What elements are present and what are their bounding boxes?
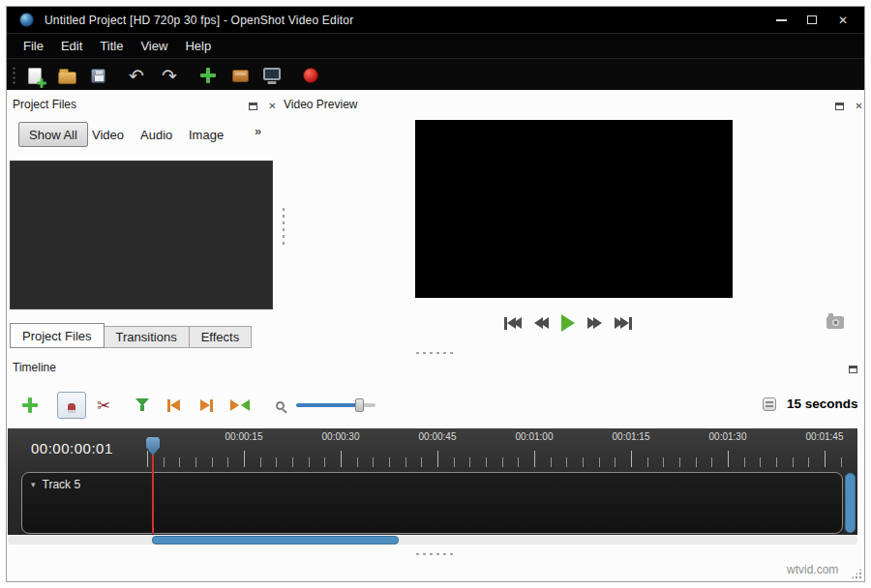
timeline-ruler[interactable]: 00:00:00:01 00:00:15 00:00:30 00:00:45 0… (8, 428, 857, 472)
save-project-button[interactable] (85, 63, 110, 88)
close-icon: ✕ (268, 102, 276, 111)
ruler-tick (373, 457, 374, 467)
right-triangle-icon (593, 317, 602, 329)
track-row[interactable]: ▾ Track 5 (21, 472, 843, 534)
ruler-mark: 00:01:45 (806, 431, 844, 442)
ruler-mark: 00:01:15 (613, 431, 650, 442)
maximize-button[interactable] (796, 7, 827, 33)
ruler-tick (647, 457, 648, 467)
ruler-tick (566, 457, 567, 467)
import-files-button[interactable] (195, 63, 221, 88)
zoom-scale-icon (763, 397, 776, 411)
toolbar-drag-handle[interactable] (12, 66, 16, 85)
timeline-vertical-scrollbar-thumb[interactable] (845, 473, 856, 533)
jump-start-button[interactable] (504, 312, 522, 334)
zoom-slider-handle[interactable] (355, 398, 364, 412)
filter-image[interactable]: Image (189, 122, 224, 147)
ruler-tick (341, 451, 342, 467)
vertical-splitter-handle[interactable] (281, 206, 286, 245)
snapshot-camera-button[interactable] (826, 316, 844, 329)
track-label: Track 5 (43, 478, 81, 491)
zoom-button[interactable] (266, 392, 293, 419)
filter-show-all[interactable]: Show All (18, 122, 88, 147)
fast-forward-button[interactable] (587, 312, 602, 334)
play-button[interactable] (561, 312, 575, 334)
filter-video[interactable]: Video (92, 122, 124, 147)
ruler-tick (534, 451, 535, 467)
ruler-tick (227, 457, 228, 467)
menu-file[interactable]: File (15, 39, 52, 53)
timeline-horizontal-scrollbar-thumb[interactable] (152, 536, 399, 544)
ruler-tick (212, 457, 213, 467)
ruler-tick (518, 457, 519, 467)
export-record-icon (303, 68, 318, 83)
close-button[interactable]: ✕ (827, 7, 858, 33)
track-disclosure-icon[interactable]: ▾ (31, 480, 36, 489)
fullscreen-button[interactable] (259, 63, 285, 88)
undo-button[interactable]: ↶ (124, 63, 149, 88)
razor-button[interactable]: ✂ (90, 392, 117, 419)
close-icon: ✕ (838, 15, 848, 26)
open-folder-icon (58, 72, 76, 84)
menubar: File Edit Title View Help (7, 33, 864, 58)
new-project-button[interactable] (22, 63, 47, 88)
left-triangle-icon (513, 317, 522, 329)
ruler-tick (825, 451, 826, 467)
center-playhead-button[interactable] (224, 392, 256, 419)
ruler-tick (663, 457, 664, 467)
tab-project-files[interactable]: Project Files (10, 323, 105, 348)
openshot-window: Untitled Project [HD 720p 30 fps] - Open… (6, 6, 865, 582)
menu-title[interactable]: Title (91, 39, 132, 53)
app-logo-icon (19, 13, 34, 27)
ruler-mark: 00:01:00 (516, 431, 554, 442)
video-preview-close-button[interactable]: ✕ (853, 100, 865, 112)
tab-transitions[interactable]: Transitions (105, 326, 190, 348)
fullscreen-icon (263, 68, 281, 80)
window-resize-grip[interactable] (851, 568, 862, 579)
ruler-tick (469, 457, 470, 467)
project-files-close-button[interactable]: ✕ (266, 100, 279, 112)
snap-toggle-button[interactable] (57, 392, 86, 419)
jump-end-button[interactable] (615, 312, 632, 334)
zoom-slider[interactable] (296, 398, 375, 412)
export-video-button[interactable] (298, 63, 323, 88)
ruler-ticks[interactable]: 00:00:15 00:00:30 00:00:45 00:01:00 00:0… (147, 428, 857, 472)
video-preview-float-button[interactable] (833, 100, 846, 112)
redo-button[interactable]: ↷ (157, 63, 182, 88)
project-files-float-button[interactable] (247, 100, 259, 112)
ruler-mark: 00:00:45 (419, 431, 457, 442)
minimize-button[interactable] (766, 7, 796, 33)
ruler-tick (808, 457, 809, 467)
previous-marker-button[interactable] (160, 392, 187, 419)
menu-edit[interactable]: Edit (52, 39, 91, 53)
filter-overflow-icon[interactable]: » (255, 124, 261, 138)
add-marker-button[interactable] (129, 392, 156, 419)
tab-effects[interactable]: Effects (190, 326, 253, 348)
timeline-float-button[interactable] (847, 363, 859, 375)
magnifier-icon (276, 401, 285, 410)
choose-profile-button[interactable] (227, 63, 253, 88)
menu-help[interactable]: Help (176, 39, 220, 53)
ruler-tick (309, 457, 310, 467)
import-plus-icon (200, 68, 216, 83)
menu-view[interactable]: View (132, 39, 176, 53)
horizontal-splitter-handle[interactable] (414, 350, 457, 356)
next-marker-button[interactable] (193, 392, 220, 419)
ruler-tick (437, 451, 438, 467)
ruler-tick (147, 451, 148, 467)
filter-audio[interactable]: Audio (140, 122, 172, 147)
open-project-button[interactable] (54, 63, 79, 88)
bottom-splitter-handle[interactable] (414, 551, 457, 557)
project-files-list[interactable] (10, 161, 273, 309)
current-time-display: 00:00:00:01 (31, 440, 113, 456)
ruler-mark: 00:00:15 (225, 431, 263, 442)
project-panel-tabs: Project Files Transitions Effects (10, 323, 252, 348)
redo-icon: ↷ (162, 67, 177, 85)
float-icon (849, 366, 857, 373)
add-track-button[interactable] (16, 392, 44, 419)
ruler-tick (405, 457, 406, 467)
rewind-button[interactable] (534, 312, 549, 334)
timeline-horizontal-scrollbar[interactable] (8, 536, 857, 544)
jump-end-icon (629, 317, 632, 330)
ruler-tick (292, 457, 293, 467)
